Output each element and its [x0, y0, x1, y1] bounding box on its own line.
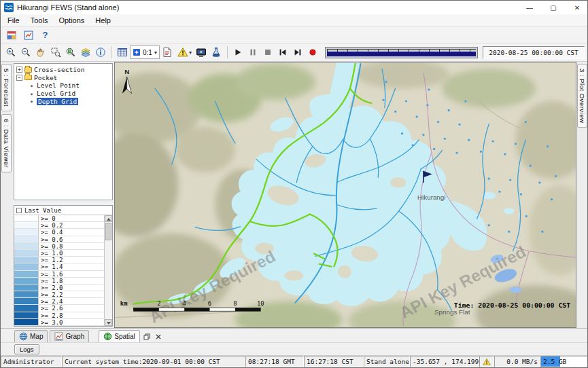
folder-icon	[24, 75, 32, 80]
scroll-up-icon[interactable]	[105, 215, 112, 222]
time-slider[interactable]	[325, 47, 478, 58]
tree-item-depth-grid[interactable]: ● Depth Grid	[16, 97, 112, 105]
warning-icon	[177, 47, 188, 58]
info-button[interactable]	[93, 45, 107, 60]
status-coordinates: -35.657 , 174.199	[410, 356, 479, 367]
zoom-window-button[interactable]	[48, 45, 63, 60]
zoom-in-button[interactable]	[3, 45, 18, 60]
legend-swatch	[14, 222, 39, 228]
toolbar-separator	[227, 46, 228, 58]
legend-row: >= 0.4	[14, 229, 104, 236]
legend-swatch	[14, 312, 39, 318]
database-button[interactable]	[4, 28, 18, 42]
pan-button[interactable]	[33, 45, 48, 60]
legend-swatch	[14, 291, 39, 297]
legend-swatch	[14, 263, 39, 270]
stop-icon	[263, 48, 273, 57]
last-value-checkbox[interactable]	[16, 208, 22, 213]
app-logo-icon	[4, 3, 14, 12]
legend-label: >= 1.6	[39, 271, 63, 277]
menu-help[interactable]: Help	[90, 15, 116, 26]
stop-button[interactable]	[261, 45, 275, 60]
sidebar-tab-forecast[interactable]: 5 : Forecast	[1, 64, 12, 111]
bullet-icon: ●	[29, 92, 35, 96]
scale-tick: 6	[208, 300, 211, 307]
menu-file[interactable]: File	[2, 15, 25, 26]
profile-document-icon	[162, 47, 173, 58]
database-icon	[6, 30, 17, 41]
restore-icon	[143, 333, 150, 340]
step-forward-icon	[293, 48, 302, 57]
logs-button[interactable]: Logs	[14, 344, 39, 354]
maximize-button[interactable]: ▢	[543, 1, 564, 14]
scrollbar-thumb[interactable]	[105, 223, 111, 240]
legend-swatch	[14, 298, 39, 304]
interval-dropdown[interactable]: 0:1 ▾	[130, 45, 160, 59]
warning-dropdown[interactable]: ▾	[175, 45, 194, 60]
tab-label: Graph	[65, 333, 84, 340]
close-button[interactable]: ✕	[567, 1, 587, 14]
map-viewport[interactable]: Hikurangi Springs Flat API Key Required …	[114, 62, 576, 328]
tree-item-label: Pocket	[34, 74, 57, 81]
scale-unit: km	[120, 300, 128, 307]
legend-swatch	[14, 284, 39, 291]
time-slider-bar[interactable]	[327, 52, 476, 56]
legend-label: >= 1.8	[39, 278, 63, 284]
legend-row: >= 3.0	[14, 319, 104, 326]
display-explorer-icon	[23, 30, 34, 41]
grid-display-button[interactable]	[115, 45, 129, 60]
legend-row: >= 2.4	[14, 298, 104, 305]
tab-label: Spatial	[114, 333, 135, 340]
legend-label: >= 0.8	[39, 243, 63, 249]
play-button[interactable]	[231, 45, 245, 60]
tree-item-pocket[interactable]: − Pocket	[16, 74, 112, 82]
collapse-icon[interactable]: −	[16, 75, 22, 81]
scroll-down-icon[interactable]	[105, 319, 112, 326]
info-icon	[95, 47, 106, 58]
expand-icon[interactable]: +	[16, 67, 22, 73]
record-button[interactable]	[306, 45, 320, 60]
legend-scrollbar[interactable]	[104, 215, 112, 326]
menu-options[interactable]: Options	[53, 15, 90, 26]
zoom-window-icon	[50, 47, 61, 58]
zoom-out-button[interactable]	[18, 45, 33, 60]
status-system-time: Current system time:2020-09-01 00:00 CST	[62, 356, 245, 367]
legend-label: >= 0	[39, 215, 56, 221]
sidebar-tab-data-viewer[interactable]: 6 : Data Viewer	[1, 114, 12, 172]
town-label-springs-flat: Springs Flat	[434, 308, 470, 316]
tree-item-level-grid[interactable]: ● Level Grid	[16, 90, 112, 98]
minimize-button[interactable]: —	[519, 1, 540, 14]
tab-map[interactable]: Map	[14, 330, 48, 342]
undock-panel-button[interactable]	[142, 331, 152, 342]
toolbar-separator	[111, 46, 111, 58]
left-tab-strip: 5 : Forecast 6 : Data Viewer	[1, 62, 12, 328]
profile-document-button[interactable]	[160, 45, 175, 60]
pause-button[interactable]	[246, 45, 260, 60]
zoom-extent-button[interactable]	[63, 45, 77, 60]
tree-item-cross-section[interactable]: + Cross-section	[16, 66, 112, 74]
legend-row: >= 0.6	[14, 236, 104, 243]
status-user: Administrator	[1, 356, 62, 367]
sidebar-tab-plot-overview[interactable]: 3 : Plot Overview	[577, 64, 587, 128]
step-forward-button[interactable]	[291, 45, 305, 60]
tree-item-label: Level Grid	[37, 90, 75, 97]
step-back-button[interactable]	[276, 45, 290, 60]
tab-label: Map	[30, 333, 43, 340]
close-panel-button[interactable]	[154, 331, 163, 342]
status-warning[interactable]	[479, 356, 494, 367]
legend-swatch	[14, 257, 39, 263]
display-explorer-button[interactable]	[21, 28, 35, 42]
run-task-button[interactable]	[209, 45, 224, 60]
main-area: 5 : Forecast 6 : Data Viewer + Cross-sec…	[1, 62, 587, 328]
layers-button[interactable]	[78, 45, 92, 60]
tab-spatial[interactable]: Spatial	[99, 330, 140, 342]
legend-label: >= 2.0	[39, 284, 63, 291]
tree-item-level-point[interactable]: ● Level Point	[16, 81, 112, 90]
legend-row: >= 1.8	[14, 278, 104, 284]
movie-player-button[interactable]	[194, 45, 209, 60]
legend-rows: >= 0 >= 0.2 >= 0.4 >= 0.6 >= 0.8 >= 1.0 …	[14, 215, 104, 326]
menu-tools[interactable]: Tools	[25, 15, 54, 26]
status-local-time: 16:27:18 CST	[304, 356, 364, 367]
help-button[interactable]: ?	[38, 28, 52, 42]
tab-graph[interactable]: Graph	[50, 330, 89, 342]
